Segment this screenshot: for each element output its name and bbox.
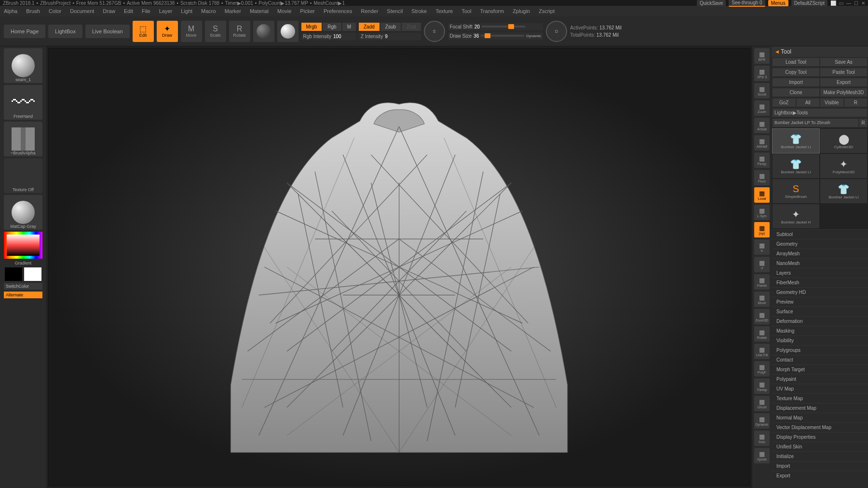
shelf-xyz[interactable]: ▦(xyz	[754, 222, 770, 237]
menus-button[interactable]: Menus	[768, 0, 788, 6]
make-polymesh3d-button[interactable]: Make PolyMesh3D	[820, 88, 867, 97]
rgb-button[interactable]: Rgb	[323, 23, 341, 31]
section-displacement-map[interactable]: Displacement Map	[772, 403, 868, 413]
shelf-bpr[interactable]: ▦BPR	[754, 48, 770, 64]
section-initialize[interactable]: Initialize	[772, 451, 868, 461]
section-preview[interactable]: Preview	[772, 297, 868, 307]
menu-draw[interactable]: Draw	[103, 8, 115, 14]
tool-item[interactable]: 👕Bomber Jacket LI	[773, 129, 819, 153]
save-as-button[interactable]: Save As	[820, 58, 867, 66]
shelf-linefill[interactable]: ▦Line Fill	[754, 344, 770, 359]
rgb-intensity-slider[interactable]: Rgb Intensity100	[301, 33, 356, 40]
texture-thumb[interactable]: Texture Off	[4, 158, 42, 193]
menu-document[interactable]: Document	[70, 8, 94, 14]
menu-alpha[interactable]: Alpha	[4, 8, 17, 14]
menu-light[interactable]: Light	[181, 8, 192, 14]
alpha-thumb[interactable]: ~BrushAlpha	[4, 122, 42, 156]
shelf-xpose[interactable]: ▦Xpose	[754, 448, 770, 463]
m-button[interactable]: M	[342, 23, 356, 31]
shelf-actual[interactable]: ▦Actual	[754, 118, 770, 133]
shelf-[interactable]: ▦↻	[754, 239, 770, 255]
zcut-button[interactable]: Zcut	[402, 23, 420, 31]
section-fibermesh[interactable]: FiberMesh	[772, 278, 868, 287]
shelf-floor[interactable]: ▦Floor	[754, 170, 770, 185]
shelf-local[interactable]: ▦Local	[754, 187, 770, 203]
shelf-transp[interactable]: ▦Transp	[754, 378, 770, 394]
mrgb-button[interactable]: Mrgb	[301, 23, 322, 31]
section-polypaint[interactable]: Polypaint	[772, 374, 868, 384]
move-mode-button[interactable]: MMove	[181, 21, 202, 42]
visible-button[interactable]: Visible	[820, 98, 843, 107]
edit-mode-button[interactable]: ⬚Edit	[133, 21, 154, 42]
section-deformation[interactable]: Deformation	[772, 316, 868, 326]
goz-button[interactable]: GoZ	[773, 98, 796, 107]
shelf-ghost[interactable]: ▦Ghost	[754, 396, 770, 411]
draw-mode-button[interactable]: ✦Draw	[157, 21, 178, 42]
draw-size-slider[interactable]: Draw Size36 Dynamic	[448, 32, 543, 40]
section-masking[interactable]: Masking	[772, 326, 868, 335]
shelf-zoom[interactable]: ▦Zoom	[754, 100, 770, 116]
menu-preferences[interactable]: Preferences	[324, 8, 352, 14]
tool-item[interactable]: ✦Bomber Jacket H	[773, 204, 819, 228]
section-visibility[interactable]: Visibility	[772, 335, 868, 345]
sphere-tool-icon[interactable]	[253, 21, 274, 42]
secondary-color-swatch[interactable]	[24, 267, 41, 281]
section-polygroups[interactable]: Polygroups	[772, 345, 868, 355]
zadd-button[interactable]: Zadd	[359, 23, 380, 31]
menu-tool[interactable]: Tool	[461, 8, 471, 14]
section-vector-displacement-map[interactable]: Vector Displacement Map	[772, 422, 868, 432]
defaultzscript-button[interactable]: DefaultZScript	[791, 0, 827, 6]
rotate-mode-button[interactable]: RRotate	[229, 21, 250, 42]
menu-zplugin[interactable]: Zplugin	[513, 8, 530, 14]
menu-layer[interactable]: Layer	[159, 8, 173, 14]
minimize-icon[interactable]: —	[846, 0, 851, 6]
focal-shift-slider[interactable]: Focal Shift20	[448, 23, 543, 30]
section-unified-skin[interactable]: Unified Skin	[772, 442, 868, 451]
section-normal-map[interactable]: Normal Map	[772, 413, 868, 422]
shelf-aahalf[interactable]: ▦AAHalf	[754, 135, 770, 151]
section-geometry[interactable]: Geometry	[772, 239, 868, 249]
tool-panel-header[interactable]: Tool	[772, 46, 868, 57]
color-picker[interactable]	[4, 232, 42, 259]
s-circle-icon[interactable]: S	[424, 21, 445, 42]
tool-item[interactable]: 👕Bomber Jacket LI	[820, 179, 867, 203]
tool-item[interactable]: 👕Bomber Jacket LI	[773, 154, 819, 178]
section-arraymesh[interactable]: ArrayMesh	[772, 249, 868, 258]
shelf-polyf[interactable]: ▦PolyF	[754, 361, 770, 376]
menu-color[interactable]: Color	[49, 8, 61, 14]
lightbox-button[interactable]: LightBox	[48, 25, 82, 38]
shelf-persp[interactable]: ▦Persp	[754, 153, 770, 168]
clone-button[interactable]: Clone	[773, 88, 819, 97]
stroke-thumb[interactable]: FreeHand	[4, 85, 42, 120]
r-button[interactable]: R	[859, 119, 867, 127]
menu-material[interactable]: Material	[250, 8, 269, 14]
current-tool-label[interactable]: Bomber Jacket LP To Zbrush	[773, 119, 858, 127]
quicksave-button[interactable]: QuickSave	[697, 0, 726, 6]
section-texture-map[interactable]: Texture Map	[772, 393, 868, 403]
menu-stencil[interactable]: Stencil	[387, 8, 403, 14]
shelf-move[interactable]: ▦Move	[754, 292, 770, 307]
import-button[interactable]: Import	[773, 78, 819, 86]
tool-item[interactable]: ⬤Cylinder3D	[820, 129, 867, 153]
paste-tool-button[interactable]: Paste Tool	[820, 68, 867, 76]
menu-stroke[interactable]: Stroke	[411, 8, 427, 14]
window-icon[interactable]: ⬜	[830, 0, 836, 6]
close-icon[interactable]: ✕	[861, 0, 865, 6]
copy-tool-button[interactable]: Copy Tool	[773, 68, 819, 76]
menu-file[interactable]: File	[142, 8, 150, 14]
menu-zscript[interactable]: Zscript	[539, 8, 555, 14]
shelf-spix3[interactable]: ▦SPix 3	[754, 66, 770, 81]
home-button[interactable]: Home Page	[4, 25, 45, 38]
section-nanomesh[interactable]: NanoMesh	[772, 258, 868, 268]
shelf-[interactable]: ▦↺	[754, 257, 770, 272]
menu-picker[interactable]: Picker	[300, 8, 315, 14]
menu-render[interactable]: Render	[361, 8, 378, 14]
menu-edit[interactable]: Edit	[124, 8, 133, 14]
maximize-icon[interactable]: ☐	[854, 0, 858, 6]
canvas-viewport[interactable]	[48, 48, 750, 486]
menu-transform[interactable]: Transform	[480, 8, 504, 14]
material-sphere-icon[interactable]	[277, 21, 298, 42]
menu-texture[interactable]: Texture	[435, 8, 453, 14]
window-icon[interactable]: ▭	[839, 0, 843, 6]
shelf-frame[interactable]: ▦Frame	[754, 274, 770, 290]
